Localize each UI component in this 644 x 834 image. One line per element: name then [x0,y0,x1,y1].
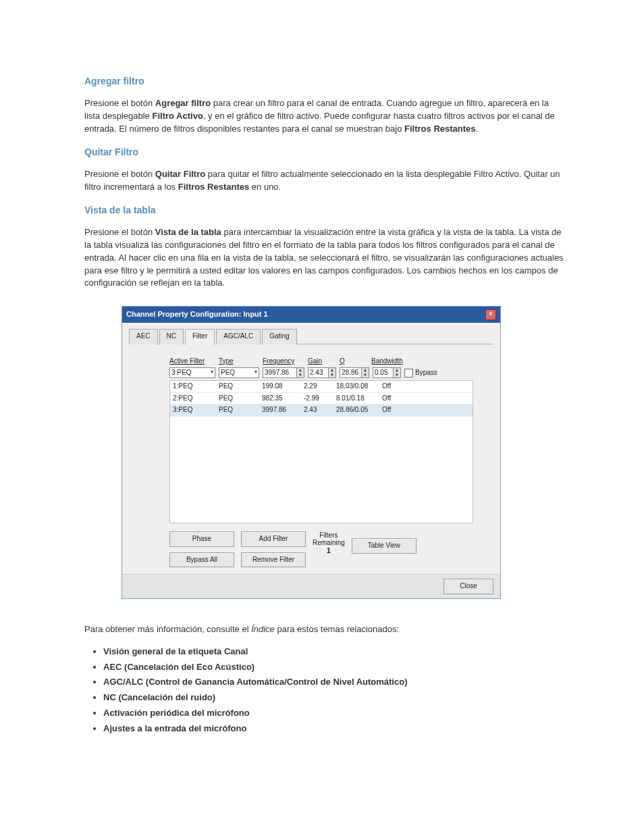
text: en uno. [249,182,281,192]
remove-filter-button[interactable]: Remove Filter [241,552,306,568]
filters-remaining: Filters Remaining 1 [313,531,345,554]
bandwidth-input[interactable]: 0.05 [373,367,393,378]
gain-stepper[interactable]: 2.43 ▲▼ [308,367,336,378]
bypass-checkbox-wrap[interactable]: Bypass [404,368,437,378]
tab-filter[interactable]: Filter [185,329,215,344]
spin-icon[interactable]: ▲▼ [361,367,369,378]
para-table-view: Presione el botón Vista de la tabla para… [84,226,566,290]
cell-gain: -2.99 [304,394,336,404]
q-input[interactable]: 28.86 [340,367,361,378]
frequency-input[interactable]: 3997.86 [263,367,296,378]
text: Para obtener más información, consulte e… [84,624,251,634]
label-active-filter: Active Filter [169,357,205,365]
text: para estos temas relacionados: [275,624,399,634]
related-topics-list: Visión general de la etiqueta Canal AEC … [103,646,566,735]
heading-table-view: Vista de la tabla [84,203,566,217]
table-row[interactable]: 1:PEQ PEQ 199.08 2.29 18.03/0.08 Off [170,381,473,393]
label-q: Q [340,357,345,365]
spin-icon[interactable]: ▲▼ [328,367,336,378]
spin-icon[interactable]: ▲▼ [296,367,304,378]
list-item: AEC (Cancelación del Eco Acústico) [103,661,566,674]
dialog-titlebar: Channel Property Configuration: Input 1 … [122,307,500,323]
cell-freq: 3997.86 [262,405,304,415]
text: Presione el botón [84,227,155,237]
tabstrip: AEC NC Filter AGC/ALC Gating [129,328,493,344]
bold-filters-remaining: Filtros Restantes [404,124,475,134]
para-more-info: Para obtener más información, consulte e… [84,623,566,636]
table-row[interactable]: 2:PEQ PEQ 982.35 -2.99 8.01/0.18 Off [170,393,473,405]
label-bandwidth: Bandwidth [371,357,403,365]
cell-bypass: Off [382,405,409,415]
tab-nc[interactable]: NC [159,329,184,344]
cell-type: PEQ [219,382,262,392]
cell-qbw: 8.01/0.18 [336,394,382,404]
cell-qbw: 18.03/0.08 [336,382,382,392]
italic-index: Índice [251,624,275,634]
gain-input[interactable]: 2.43 [308,367,328,378]
cell-freq: 982.35 [262,394,304,404]
heading-add-filter: Agregar filtro [84,74,566,88]
type-dropdown[interactable]: PEQ [219,367,259,378]
label-gain: Gain [308,357,322,365]
add-filter-button[interactable]: Add Filter [241,531,306,547]
bold-add-filter: Agregar filtro [155,98,211,108]
dialog-title: Channel Property Configuration: Input 1 [126,309,268,320]
text: Presione el botón [84,98,155,108]
list-item: Activación periódica del micrófono [103,707,566,720]
cell-qbw: 28.86/0.05 [336,405,382,415]
cell-type: PEQ [219,405,262,415]
spin-icon[interactable]: ▲▼ [393,367,401,378]
cell-type: PEQ [219,394,262,404]
frequency-stepper[interactable]: 3997.86 ▲▼ [263,367,304,378]
text: . [476,124,479,134]
text: Presione el botón [84,169,155,179]
cell-name: 1:PEQ [173,382,219,392]
label-frequency: Frequency [263,357,294,365]
bold-remove-filter: Quitar Filtro [155,169,205,179]
list-item: Ajustes a la entrada del micrófono [103,723,566,735]
tab-agc-alc[interactable]: AGC/ALC [216,329,261,344]
list-item: AGC/ALC (Control de Ganancia Automática/… [103,676,566,689]
cell-bypass: Off [382,394,409,404]
cell-bypass: Off [382,382,409,392]
channel-property-dialog: Channel Property Configuration: Input 1 … [122,306,501,599]
tab-aec[interactable]: AEC [129,329,158,344]
para-remove-filter: Presione el botón Quitar Filtro para qui… [84,168,566,194]
filters-remaining-label: Filters Remaining [313,531,345,546]
heading-remove-filter: Quitar Filtro [84,145,566,159]
bypass-checkbox[interactable] [404,369,413,377]
table-row[interactable]: 3:PEQ PEQ 3997.86 2.43 28.86/0.05 Off [170,405,473,417]
bandwidth-stepper[interactable]: 0.05 ▲▼ [373,367,401,378]
bold-active-filter: Filtro Activo [152,111,203,121]
bold-filters-remaining: Filtros Restantes [178,182,249,192]
cell-freq: 199.08 [262,382,304,392]
list-item: NC (Cancelación del ruido) [103,692,566,704]
q-stepper[interactable]: 28.86 ▲▼ [340,367,369,378]
para-add-filter: Presione el botón Agregar filtro para cr… [84,97,566,136]
close-button[interactable]: Close [444,579,493,594]
cell-name: 2:PEQ [173,394,219,404]
tab-gating[interactable]: Gating [262,329,296,344]
close-icon[interactable]: × [485,309,496,320]
label-type: Type [219,357,234,365]
bold-table-view: Vista de la tabla [155,227,221,237]
bypass-all-button[interactable]: Bypass All [169,552,234,568]
phase-button[interactable]: Phase [169,531,234,547]
list-item: Visión general de la etiqueta Canal [103,646,566,658]
active-filter-dropdown[interactable]: 3:PEQ [169,367,215,378]
table-view-button[interactable]: Table View [352,538,417,554]
label-bypass: Bypass [415,368,437,378]
filters-remaining-value: 1 [313,546,345,554]
filter-table[interactable]: 1:PEQ PEQ 199.08 2.29 18.03/0.08 Off 2:P… [169,380,473,523]
cell-name: 3:PEQ [173,405,219,415]
cell-gain: 2.29 [304,382,336,392]
cell-gain: 2.43 [304,405,336,415]
